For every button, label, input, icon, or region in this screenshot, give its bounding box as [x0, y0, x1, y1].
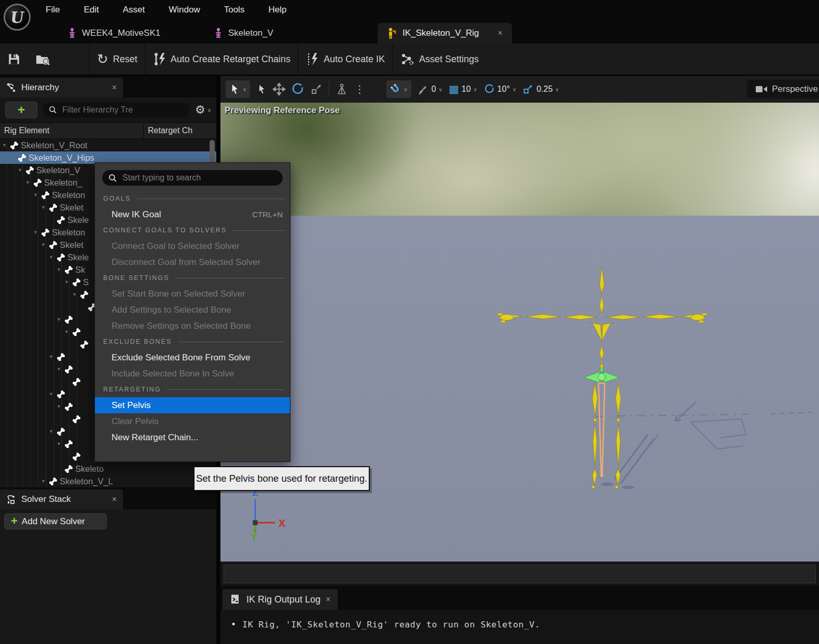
- hierarchy-column-header: Rig Element Retarget Ch: [0, 122, 216, 139]
- expander-icon[interactable]: [64, 279, 72, 285]
- context-menu-item-exclude-selected-bone-from-solve[interactable]: Exclude Selected Bone From Solve: [95, 349, 290, 366]
- tab-close-icon[interactable]: [497, 29, 502, 38]
- viewport-options-menu-icon[interactable]: [354, 83, 365, 95]
- bone-icon: [56, 352, 66, 362]
- select-tool-icon[interactable]: [256, 83, 267, 95]
- context-menu-item-disconnect-goal-from-selected-solver[interactable]: Disconnect Goal from Selected Solver: [95, 254, 290, 270]
- auto-ik-icon: [306, 52, 319, 66]
- expander-icon[interactable]: [25, 180, 33, 185]
- close-icon[interactable]: [112, 83, 117, 92]
- expander-icon[interactable]: [57, 404, 64, 409]
- auto-ik-label: Auto Create IK: [324, 54, 385, 65]
- expander-icon[interactable]: [18, 167, 25, 173]
- hierarchy-filter-input[interactable]: [61, 105, 184, 115]
- bone-icon: [72, 452, 81, 461]
- auto-create-retarget-chains-button[interactable]: Auto Create Retarget Chains: [145, 44, 298, 75]
- context-menu-item-set-pelvis[interactable]: Set Pelvis: [95, 397, 290, 413]
- expander-icon[interactable]: [72, 292, 79, 297]
- character-bounds-icon[interactable]: [336, 82, 348, 96]
- menu-item-asset[interactable]: Asset: [123, 5, 145, 15]
- tree-row[interactable]: Skeleton_V_Root: [0, 139, 216, 151]
- browse-folder-icon: [35, 52, 51, 66]
- menu-item-file[interactable]: File: [46, 5, 60, 15]
- chevron-down-icon: [243, 87, 246, 92]
- log-message: IK Rig, 'IK_Skeleton_V_Rig' ready to run…: [242, 620, 540, 629]
- context-menu-item-new-ik-goal[interactable]: New IK Goal CTRL+N: [95, 206, 290, 222]
- expander-icon[interactable]: [49, 429, 56, 434]
- context-menu-item-add-settings-to-selected-bone[interactable]: Add Settings to Selected Bone: [95, 302, 290, 318]
- move-tool-icon[interactable]: [273, 83, 285, 95]
- expander-icon[interactable]: [41, 479, 48, 484]
- context-menu-item-new-retarget-chain[interactable]: New Retarget Chain...: [95, 429, 290, 445]
- context-menu-item-remove-settings-on-selected-bone[interactable]: Remove Settings on Selected Bone: [95, 318, 290, 334]
- expander-icon[interactable]: [57, 317, 64, 322]
- retarget-chains-icon: [152, 52, 166, 66]
- grid-snap-control[interactable]: 10: [449, 83, 477, 95]
- auto-chains-label: Auto Create Retarget Chains: [171, 54, 290, 65]
- expander-icon[interactable]: [2, 143, 9, 148]
- add-new-solver-label: Add New Solver: [22, 516, 85, 527]
- axis-gizmo: Z X Y: [251, 486, 286, 542]
- hierarchy-panel-title: Hierarchy: [21, 82, 59, 93]
- add-new-solver-button[interactable]: Add New Solver: [4, 513, 107, 529]
- context-menu-item-connect-goal-to-selected-solver[interactable]: Connect Goal to Selected Solver: [95, 238, 290, 254]
- output-log-tab[interactable]: IK Rig Output Log: [223, 589, 338, 610]
- context-menu-search-field[interactable]: [102, 170, 283, 186]
- hierarchy-filter-field[interactable]: [43, 102, 190, 118]
- reset-button[interactable]: Reset: [90, 44, 145, 75]
- surface-snap-control[interactable]: 0: [418, 83, 442, 95]
- menu-item-edit[interactable]: Edit: [84, 5, 99, 15]
- hierarchy-icon: [6, 82, 17, 93]
- expander-icon[interactable]: [49, 255, 56, 260]
- bone-label: Skeleton_: [44, 178, 82, 188]
- context-menu-item-clear-pelvis[interactable]: Clear Pelvis: [95, 413, 290, 429]
- viewport-canvas[interactable]: Z X Y Previewing Reference Pose: [220, 103, 819, 562]
- expander-icon[interactable]: [64, 329, 72, 334]
- menu-item-window[interactable]: Window: [169, 5, 200, 15]
- expander-icon[interactable]: [33, 192, 40, 198]
- column-retarget-chain[interactable]: Retarget Ch: [144, 126, 216, 135]
- timeline-track[interactable]: [224, 565, 816, 583]
- expander-icon[interactable]: [57, 441, 64, 446]
- perspective-dropdown[interactable]: Perspective: [747, 80, 819, 99]
- rotation-snap-control[interactable]: 10°: [483, 83, 517, 95]
- hierarchy-settings-button[interactable]: [195, 103, 211, 117]
- expander-icon[interactable]: [41, 205, 48, 210]
- column-rig-element[interactable]: Rig Element: [0, 126, 143, 135]
- auto-create-ik-button[interactable]: Auto Create IK: [298, 44, 392, 75]
- tab-ik-skeleton-v-rig-active[interactable]: IK_Skeleton_V_Rig: [378, 23, 512, 44]
- close-icon[interactable]: [326, 595, 330, 604]
- expander-icon[interactable]: [41, 242, 48, 247]
- expander-icon[interactable]: [57, 367, 64, 372]
- context-menu-item-include-selected-bone-in-solve[interactable]: Include Selected Bone In Solve: [95, 366, 290, 382]
- unreal-logo-icon[interactable]: U: [4, 4, 31, 31]
- close-icon[interactable]: [112, 495, 117, 504]
- context-menu-search-input[interactable]: [121, 173, 276, 183]
- tree-row[interactable]: Skeleto: [0, 463, 216, 475]
- scale-snap-control[interactable]: 0.25: [522, 83, 559, 95]
- expander-icon[interactable]: [49, 391, 56, 397]
- expander-icon[interactable]: [57, 267, 64, 272]
- add-element-button[interactable]: [5, 102, 37, 118]
- bone-label: Skeleton_V_Root: [21, 141, 87, 150]
- output-log-icon: [230, 593, 241, 606]
- solver-stack-panel-tab[interactable]: Solver Stack: [0, 489, 123, 509]
- timeline-strip[interactable]: [220, 563, 819, 586]
- menu-item-tools[interactable]: Tools: [224, 5, 245, 15]
- browse-to-asset-button[interactable]: [28, 44, 58, 75]
- transform-mode-dropdown[interactable]: [226, 80, 250, 98]
- rotate-tool-icon-active[interactable]: [291, 83, 304, 95]
- expander-icon[interactable]: [10, 155, 17, 160]
- tree-row[interactable]: Skeleton_V_L: [0, 475, 216, 487]
- hierarchy-panel-tab[interactable]: Hierarchy: [0, 78, 123, 97]
- tab-skeleton-v[interactable]: Skeleton_V: [214, 23, 273, 44]
- expander-icon[interactable]: [33, 230, 40, 235]
- scale-tool-icon[interactable]: [310, 83, 323, 95]
- expander-icon[interactable]: [49, 354, 56, 359]
- snapping-dropdown[interactable]: [386, 80, 411, 98]
- asset-settings-button[interactable]: Asset Settings: [393, 44, 486, 75]
- context-menu-item-set-start-bone-on-selected-solver[interactable]: Set Start Bone on Selected Solver: [95, 286, 290, 302]
- save-button[interactable]: [0, 44, 28, 75]
- tab-week4-motivesk1[interactable]: WEEK4_MotiveSK1: [67, 23, 160, 44]
- menu-item-help[interactable]: Help: [268, 5, 286, 15]
